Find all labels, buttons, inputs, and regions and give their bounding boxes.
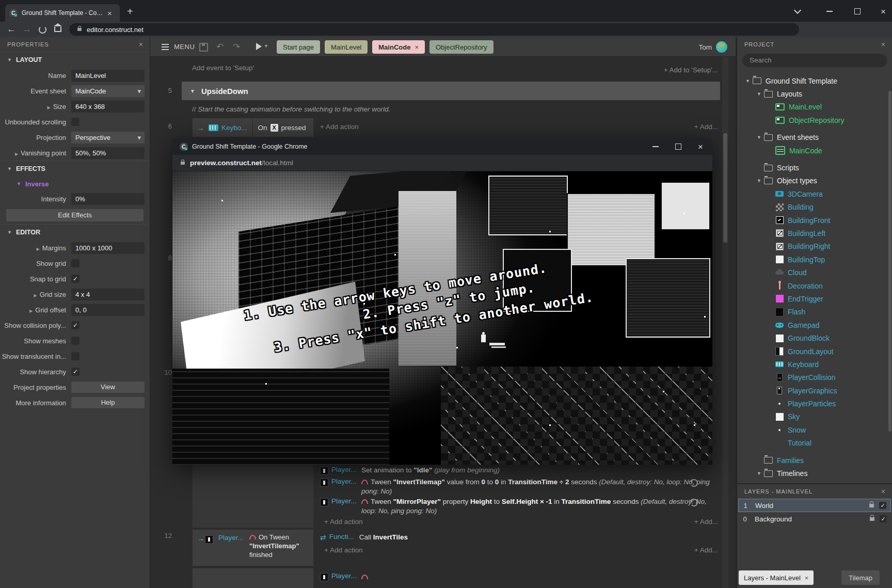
scrollbar-thumb[interactable] [723,133,727,243]
preview-maximize-icon[interactable] [675,144,681,150]
properties-section-editor[interactable]: ▼EDITOR [0,224,150,240]
reload-button[interactable] [35,22,50,37]
tree-item-buildingtop[interactable]: BuildingTop [737,253,892,266]
preview-titlebar[interactable]: C Ground Shift Template - Google Chrome … [172,138,712,155]
project-close-icon[interactable]: × [881,40,886,49]
save-icon[interactable] [199,43,208,52]
tab-tilemap[interactable]: Tilemap [841,570,880,585]
property-field-name[interactable]: MainLevel [71,70,145,82]
visibility-checkbox[interactable]: ✓ [880,515,887,522]
tree-item-sky[interactable]: Sky [737,410,892,423]
property-field-vanishing-point[interactable]: 50%, 50% [71,147,145,159]
expand-icon[interactable]: ▶ [34,293,37,298]
tree-item-event-sheets[interactable]: ▼Event sheets [737,131,892,144]
tween-finished-condition-cell[interactable]: → Player... On Tween "InvertTilemap" fin… [192,529,314,566]
tree-item-maincode[interactable]: MainCode [737,144,892,157]
editor-tab-start-page[interactable]: Start page [277,40,320,54]
url-bar[interactable]: editor.construct.net [69,23,799,36]
tree-item-building[interactable]: Building [737,201,892,214]
tree-item-gamepad[interactable]: Gamepad [737,319,892,331]
event-action-row[interactable]: Player...Tween "InvertTilemap" value fro… [320,478,712,496]
tab-layers-mainlevel[interactable]: Layers - MainLevel × [739,570,814,585]
hidden-condition-cell[interactable] [192,454,314,528]
help-button[interactable]: Help [71,397,145,408]
preview-url-bar[interactable]: preview.construct.net /local.html [172,155,712,171]
add-action-link[interactable]: + Add action [324,546,363,554]
window-maximize-button[interactable] [850,6,865,17]
editor-tab-maincode[interactable]: MainCode× [372,40,425,54]
add-action-link[interactable]: + Add action [320,123,359,131]
layers-close-icon[interactable]: × [881,487,886,496]
checkbox-show-meshes[interactable] [71,337,79,345]
section-collapse-icon[interactable]: ▼ [7,166,12,171]
window-close-button[interactable]: × [875,6,891,17]
add-to-group-link[interactable]: + Add to 'Setup'... [664,66,718,74]
tree-item-keyboard[interactable]: Keyboard [737,358,892,371]
tab-close-icon[interactable]: × [805,574,809,582]
tree-collapse-icon[interactable]: ▼ [757,471,764,476]
property-field-grid-offset[interactable]: 0, 0 [71,304,145,316]
browser-tab[interactable]: C Ground Shift Template - Constru × [5,4,120,22]
redo-icon[interactable]: ↷ [233,41,240,52]
expand-icon[interactable]: ▶ [47,105,51,110]
checkbox-show-grid[interactable] [71,259,79,267]
project-scrollbar[interactable] [888,55,891,480]
undo-icon[interactable]: ↶ [216,41,224,52]
tree-item-3dcamera[interactable]: 3DCamera [737,187,892,200]
user-info[interactable]: Tom [698,41,727,53]
property-field-size[interactable]: 640 x 368 [71,101,145,113]
preview-minimize-icon[interactable] [652,146,659,147]
search-input[interactable]: Search [742,54,887,67]
event-sheet-scrollbar[interactable] [722,57,728,588]
add-action-link[interactable]: + Add action [324,518,363,526]
back-button[interactable]: ← [4,22,19,37]
play-dropdown-icon[interactable]: ▾ [265,43,267,49]
add-more-link[interactable]: + Add... [694,546,718,554]
event-comment[interactable]: Start the casting animation before switc… [192,105,390,113]
effect-inverse[interactable]: ▼Inverse [0,177,150,191]
checkbox-snap-to-grid[interactable]: ✓ [71,275,79,283]
tree-item-snow[interactable]: Snow [737,423,892,436]
tree-item-ground-shift-template[interactable]: ▼Ground Shift Template [737,74,892,87]
tree-item-object-types[interactable]: ▼Object types [737,174,892,187]
new-tab-button[interactable]: + [127,6,133,17]
tree-item-tutorial[interactable]: Tutorial [737,437,892,450]
tree-collapse-icon[interactable]: ▼ [757,178,764,183]
tree-item-decoration[interactable]: Decoration [737,279,892,292]
expand-icon[interactable]: ▶ [15,152,18,156]
game-canvas[interactable]: 1. Use the arrow keys to move around. 2.… [172,171,712,465]
checkbox-show-collision-poly-[interactable]: ✓ [71,321,79,329]
edit-effects-button[interactable]: Edit Effects [6,209,144,221]
event-group-upsidedown[interactable]: ▼ UpsideDown [182,82,720,100]
checkbox-unbounded-scrolling[interactable] [71,118,79,126]
layer-row-world[interactable]: 1World✓ [738,499,891,512]
expand-icon[interactable]: ▶ [37,247,40,251]
checkbox-show-hierarchy[interactable]: ✓ [71,368,79,376]
tree-item-timelines[interactable]: ▼Timelines [737,467,892,480]
home-button[interactable] [51,22,65,37]
hamburger-menu-icon[interactable] [162,44,169,45]
properties-section-layout[interactable]: ▼LAYOUT [0,52,150,68]
editor-tab-objectrepository[interactable]: ObjectRepository [429,40,493,54]
tree-item-layouts[interactable]: ▼Layouts [737,87,892,100]
tree-item-endtrigger[interactable]: EndTrigger [737,292,892,305]
tab-close-icon[interactable]: × [415,43,419,51]
add-event-hint[interactable]: Add event to 'Setup' [192,64,254,72]
add-more-link[interactable]: + Add... [694,518,718,526]
tree-item-scripts[interactable]: Scripts [737,161,892,174]
partial-action[interactable]: Player... [320,572,371,581]
tree-item-buildingfront[interactable]: BuildingFront [737,214,892,227]
visibility-checkbox[interactable]: ✓ [879,502,886,509]
section-collapse-icon[interactable]: ▼ [7,57,12,62]
property-field-grid-size[interactable]: 4 x 4 [71,289,145,300]
scrollbar-thumb[interactable] [888,91,891,432]
tree-item-buildingleft[interactable]: BuildingLeft [737,227,892,240]
keyboard-condition-cell[interactable]: → Keybo... On X pressed [192,118,314,137]
tree-item-flash[interactable]: Flash [737,306,892,319]
expand-icon[interactable]: ▶ [29,309,33,313]
tree-item-groundblock[interactable]: GroundBlock [737,331,892,344]
tab-search-button[interactable] [790,6,805,17]
tree-item-groundlayout[interactable]: GroundLayout [737,345,892,358]
tree-collapse-icon[interactable]: ▼ [745,78,753,84]
tree-item-buildingright[interactable]: BuildingRight [737,240,892,253]
